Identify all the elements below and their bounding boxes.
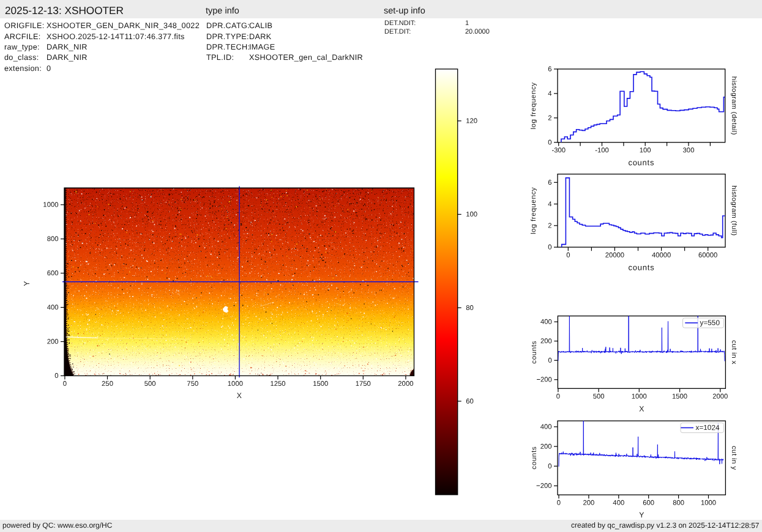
svg-text:log frequency: log frequency — [529, 187, 538, 234]
svg-text:2: 2 — [548, 114, 551, 121]
svg-text:120: 120 — [466, 117, 477, 124]
svg-text:40000: 40000 — [652, 251, 671, 259]
svg-text:X: X — [237, 391, 242, 400]
svg-text:counts: counts — [628, 158, 654, 167]
svg-text:200: 200 — [540, 337, 552, 344]
svg-text:500: 500 — [144, 380, 156, 387]
svg-text:cut in y: cut in y — [731, 446, 738, 470]
svg-text:0: 0 — [557, 499, 561, 506]
svg-text:0: 0 — [548, 462, 551, 470]
svg-text:1000: 1000 — [43, 201, 58, 208]
svg-text:0: 0 — [548, 243, 551, 251]
svg-text:0: 0 — [54, 372, 58, 379]
svg-text:400: 400 — [47, 303, 59, 311]
svg-text:cut in x: cut in x — [731, 340, 738, 364]
svg-text:Y: Y — [639, 511, 644, 519]
svg-text:200: 200 — [47, 338, 59, 345]
svg-text:1000: 1000 — [228, 380, 243, 387]
svg-text:600: 600 — [643, 499, 654, 506]
svg-text:counts: counts — [529, 341, 538, 364]
svg-text:750: 750 — [187, 380, 198, 387]
svg-text:1500: 1500 — [313, 380, 328, 387]
svg-text:Y: Y — [23, 281, 31, 286]
svg-text:500: 500 — [593, 393, 605, 400]
svg-text:−200: −200 — [536, 375, 551, 383]
svg-text:counts: counts — [629, 263, 655, 272]
svg-text:400: 400 — [613, 499, 624, 506]
svg-text:100: 100 — [466, 210, 477, 218]
svg-text:X: X — [639, 405, 644, 413]
svg-text:2000: 2000 — [398, 380, 413, 387]
svg-text:-100: -100 — [595, 146, 609, 153]
svg-text:300: 300 — [683, 146, 695, 153]
svg-text:log frequency: log frequency — [529, 82, 538, 129]
svg-text:60: 60 — [466, 397, 474, 405]
svg-text:histogram (full): histogram (full) — [731, 185, 738, 235]
svg-text:1000: 1000 — [632, 393, 647, 400]
svg-text:0: 0 — [556, 393, 560, 400]
svg-text:0: 0 — [548, 357, 552, 364]
svg-text:0: 0 — [566, 251, 570, 259]
svg-text:250: 250 — [102, 380, 113, 387]
svg-text:80: 80 — [466, 304, 474, 311]
svg-text:600: 600 — [47, 269, 59, 276]
svg-text:1000: 1000 — [701, 499, 716, 506]
svg-text:counts: counts — [529, 446, 538, 470]
svg-text:200: 200 — [540, 443, 552, 450]
svg-text:2: 2 — [548, 221, 551, 229]
svg-text:0: 0 — [63, 380, 67, 387]
svg-text:400: 400 — [540, 318, 552, 325]
svg-text:100: 100 — [640, 146, 651, 153]
svg-text:y=550: y=550 — [700, 319, 720, 327]
svg-text:60000: 60000 — [698, 251, 717, 259]
svg-text:800: 800 — [47, 235, 59, 242]
svg-text:1500: 1500 — [672, 393, 687, 400]
svg-text:20000: 20000 — [605, 251, 624, 259]
svg-text:2000: 2000 — [712, 393, 728, 400]
svg-text:−200: −200 — [536, 482, 551, 489]
svg-text:4: 4 — [548, 89, 551, 97]
svg-text:200: 200 — [583, 499, 594, 506]
svg-text:-300: -300 — [551, 146, 566, 153]
svg-text:800: 800 — [673, 499, 684, 506]
svg-text:x=1024: x=1024 — [695, 423, 719, 432]
svg-text:histogram (detail): histogram (detail) — [731, 76, 738, 135]
svg-text:1750: 1750 — [356, 380, 371, 387]
svg-text:6: 6 — [548, 179, 551, 186]
svg-text:1250: 1250 — [270, 380, 285, 387]
svg-text:0: 0 — [548, 138, 551, 146]
svg-text:4: 4 — [548, 200, 551, 207]
svg-text:6: 6 — [548, 65, 551, 72]
svg-text:400: 400 — [540, 423, 552, 430]
